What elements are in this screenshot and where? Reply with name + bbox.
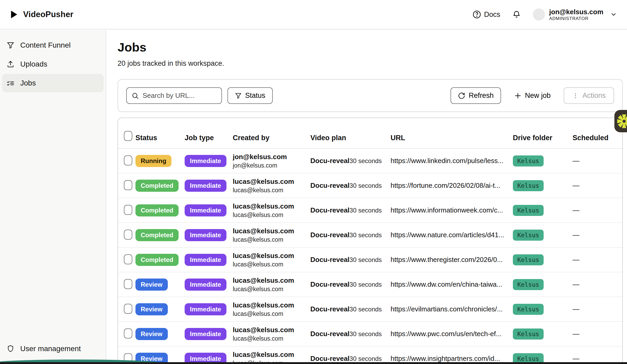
job-type-badge: Immediate: [185, 180, 226, 192]
sidebar-item-user-management[interactable]: User management: [2, 340, 103, 358]
video-plan-name: Docu-reveal: [310, 157, 350, 165]
dots-vertical-icon: [572, 92, 579, 99]
account-menu[interactable]: jon@kelsus.com ADMINISTRATOR: [533, 8, 617, 22]
scheduled-value: —: [573, 280, 622, 289]
job-url: https://www.linkedin.com/pulse/less...: [391, 157, 513, 165]
row-checkbox[interactable]: [124, 180, 132, 190]
docs-button[interactable]: Docs: [473, 10, 500, 19]
job-type-badge: Immediate: [185, 279, 226, 291]
job-type-badge: Immediate: [185, 155, 226, 167]
sidebar-item-label: Content Funnel: [20, 41, 70, 49]
checklist-icon: [7, 79, 14, 87]
row-checkbox[interactable]: [124, 254, 132, 264]
account-email: jon@kelsus.com: [549, 8, 603, 16]
created-by-email: lucas@kelsus.com: [233, 177, 310, 186]
filter-funnel-icon: [235, 92, 242, 99]
status-badge: Review: [135, 303, 168, 315]
video-plan-duration: 30 seconds: [350, 355, 382, 362]
created-by-sub-email: jon@kelsus.com: [233, 162, 310, 169]
video-plan-duration: 30 seconds: [350, 231, 382, 239]
job-url: https://evilmartians.com/chronicles/...: [391, 305, 513, 313]
new-job-button[interactable]: New job: [512, 87, 553, 104]
new-job-label: New job: [525, 92, 551, 100]
created-by-sub-email: lucas@kelsus.com: [233, 211, 310, 219]
status-badge: Review: [135, 279, 168, 291]
sidebar-item-jobs[interactable]: Jobs: [2, 74, 103, 92]
video-plan-duration: 30 seconds: [350, 306, 382, 313]
plus-icon: [514, 92, 522, 99]
row-checkbox[interactable]: [124, 230, 132, 240]
notifications-bell-icon[interactable]: [512, 10, 521, 19]
table-row: Completed Immediate lucas@kelsus.com luc…: [118, 223, 622, 247]
drive-folder-badge: Kelsus: [513, 254, 544, 265]
docs-label: Docs: [484, 11, 500, 19]
shield-icon: [7, 345, 14, 353]
main-content: Jobs 20 jobs tracked in this workspace. …: [107, 30, 627, 364]
created-by-email: lucas@kelsus.com: [233, 251, 310, 260]
created-by-email: lucas@kelsus.com: [233, 202, 310, 211]
job-url: https://www.dw.com/en/china-taiwa...: [391, 280, 513, 289]
job-url: https://www.informationweek.com/c...: [391, 206, 513, 214]
status-badge: Completed: [135, 204, 179, 216]
row-checkbox[interactable]: [124, 304, 132, 314]
video-plan-name: Docu-reveal: [310, 206, 350, 214]
row-checkbox[interactable]: [124, 279, 132, 289]
drive-folder-badge: Kelsus: [513, 205, 544, 216]
job-url: https://www.nature.com/articles/d41...: [391, 231, 513, 239]
page-subtitle: 20 jobs tracked in this workspace.: [118, 59, 224, 68]
sidebar-item-label: Jobs: [20, 79, 36, 87]
row-checkbox[interactable]: [124, 328, 132, 338]
scheduled-value: —: [573, 181, 622, 190]
table-row: Completed Immediate lucas@kelsus.com luc…: [118, 173, 622, 198]
brand-title: VideoPusher: [23, 10, 73, 19]
drive-folder-badge: Kelsus: [513, 328, 544, 340]
video-plan-name: Docu-reveal: [310, 256, 350, 264]
column-header-url: URL: [391, 134, 513, 142]
job-type-badge: Immediate: [185, 328, 226, 340]
refresh-label: Refresh: [469, 92, 494, 100]
column-header-scheduled: Scheduled: [573, 134, 622, 142]
help-circle-icon: [473, 10, 481, 19]
select-all-checkbox[interactable]: [124, 131, 132, 141]
app-header: VideoPusher Docs jon@kelsus.com ADMI: [0, 0, 627, 29]
table-row: Completed Immediate lucas@kelsus.com luc…: [118, 198, 622, 223]
sidebar-item-uploads[interactable]: Uploads: [2, 55, 103, 73]
job-url: https://www.pwc.com/us/en/tech-ef...: [391, 330, 513, 338]
video-plan-duration: 30 seconds: [350, 207, 382, 214]
sidebar-item-label: User management: [20, 345, 81, 353]
created-by-email: lucas@kelsus.com: [233, 227, 310, 235]
status-badge: Running: [135, 155, 171, 167]
video-plan-name: Docu-reveal: [310, 330, 350, 338]
search-input[interactable]: [143, 92, 217, 100]
table-row: Review Immediate lucas@kelsus.com lucas@…: [118, 272, 622, 297]
table-header-row: Status Job type Created by Video plan UR…: [118, 118, 622, 149]
job-url: https://www.insightpartners.com/id...: [391, 355, 513, 363]
column-header-job-type: Job type: [185, 134, 233, 142]
scheduled-value: —: [573, 206, 622, 214]
job-type-badge: Immediate: [185, 303, 226, 315]
job-type-badge: Immediate: [185, 204, 226, 216]
actions-button[interactable]: Actions: [564, 87, 614, 104]
created-by-email: lucas@kelsus.com: [233, 326, 310, 334]
status-badge: Review: [135, 328, 168, 340]
video-plan-duration: 30 seconds: [350, 182, 382, 189]
row-checkbox[interactable]: [124, 155, 132, 165]
row-checkbox[interactable]: [124, 205, 132, 215]
created-by-sub-email: lucas@kelsus.com: [233, 310, 310, 317]
scheduled-value: —: [573, 355, 622, 363]
play-logo-icon: [10, 10, 18, 19]
scheduled-value: —: [573, 157, 622, 165]
created-by-email: jon@kelsus.com: [233, 153, 310, 161]
video-plan-name: Docu-reveal: [310, 231, 350, 239]
created-by-sub-email: lucas@kelsus.com: [233, 335, 310, 342]
scheduled-value: —: [573, 330, 622, 338]
table-row: Review Immediate lucas@kelsus.com lucas@…: [118, 297, 622, 322]
drive-folder-badge: Kelsus: [513, 304, 544, 315]
created-by-email: lucas@kelsus.com: [233, 276, 310, 285]
assistant-fab[interactable]: [614, 110, 627, 132]
refresh-button[interactable]: Refresh: [451, 87, 501, 104]
status-filter-button[interactable]: Status: [227, 87, 273, 104]
refresh-icon: [458, 92, 465, 99]
sidebar-item-content-funnel[interactable]: Content Funnel: [2, 36, 103, 54]
column-header-video-plan: Video plan: [310, 134, 391, 142]
